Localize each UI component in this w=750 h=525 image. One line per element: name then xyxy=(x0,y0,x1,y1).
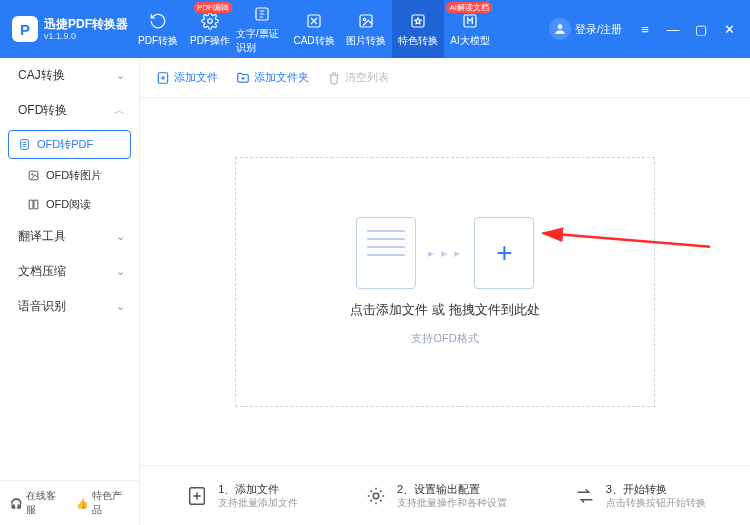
trash-icon xyxy=(327,71,341,85)
maximize-button[interactable]: ▢ xyxy=(688,18,714,40)
svg-rect-9 xyxy=(29,171,38,180)
header-bar: P 迅捷PDF转换器 v1.1.9.0 PDF转换 PDF编辑 PDF操作 文字… xyxy=(0,0,750,58)
tab-ocr[interactable]: 文字/票证识别 xyxy=(236,0,288,58)
sidebar-group-translate[interactable]: 翻译工具 ⌄ xyxy=(0,219,139,254)
step-1: 1、添加文件 支持批量添加文件 xyxy=(184,482,298,510)
gear-icon xyxy=(200,11,220,31)
star-icon xyxy=(408,11,428,31)
main-panel: 添加文件 添加文件夹 清空列表 ▸ ▸ ▸ + xyxy=(140,58,750,525)
step-config-icon xyxy=(363,483,389,509)
sidebar-item-ofd-pdf[interactable]: OFD转PDF xyxy=(8,130,131,159)
app-version: v1.1.9.0 xyxy=(44,32,128,41)
chevron-down-icon: ⌄ xyxy=(116,265,125,278)
sidebar-group-speech[interactable]: 语音识别 ⌄ xyxy=(0,289,139,324)
tab-pdf-operate[interactable]: PDF编辑 PDF操作 xyxy=(184,0,236,58)
arrow-icon: ▸ ▸ ▸ xyxy=(428,246,463,260)
step-convert-icon xyxy=(572,483,598,509)
app-logo: P 迅捷PDF转换器 v1.1.9.0 xyxy=(12,16,132,42)
dropzone-text: 点击添加文件 或 拖拽文件到此处 xyxy=(350,301,539,319)
step-2: 2、设置输出配置 支持批量操作和各种设置 xyxy=(363,482,507,510)
avatar-icon xyxy=(549,18,571,40)
menu-button[interactable]: ≡ xyxy=(632,18,658,40)
tab-ai[interactable]: AI解读文档 AI大模型 xyxy=(444,0,496,58)
image-icon xyxy=(356,11,376,31)
ai-icon xyxy=(460,11,480,31)
toolbar: 添加文件 添加文件夹 清空列表 xyxy=(140,58,750,98)
sidebar-group-compress[interactable]: 文档压缩 ⌄ xyxy=(0,254,139,289)
sidebar-item-ofd-image[interactable]: OFD转图片 xyxy=(0,161,139,190)
svg-point-4 xyxy=(363,18,365,20)
tab-pdf-convert[interactable]: PDF转换 xyxy=(132,0,184,58)
plus-icon: + xyxy=(474,217,534,289)
close-button[interactable]: ✕ xyxy=(716,18,742,40)
doc-icon xyxy=(17,138,31,152)
header-tabs: PDF转换 PDF编辑 PDF操作 文字/票证识别 CAD转换 图片转换 xyxy=(132,0,496,58)
sidebar-item-ofd-read[interactable]: OFD阅读 xyxy=(0,190,139,219)
image-icon xyxy=(26,169,40,183)
logo-icon: P xyxy=(12,16,38,42)
svg-point-7 xyxy=(558,24,563,29)
svg-point-14 xyxy=(373,493,379,499)
cad-icon xyxy=(304,11,324,31)
badge-pdf-edit: PDF编辑 xyxy=(194,2,232,13)
badge-ai: AI解读文档 xyxy=(446,2,492,13)
thumb-icon: 👍 xyxy=(76,498,88,509)
chevron-down-icon: ⌄ xyxy=(116,300,125,313)
add-file-button[interactable]: 添加文件 xyxy=(156,70,218,85)
text-icon xyxy=(252,4,272,24)
chevron-down-icon: ⌄ xyxy=(116,230,125,243)
chevron-down-icon: ⌄ xyxy=(116,69,125,82)
add-file-icon xyxy=(156,71,170,85)
sidebar-group-ofd[interactable]: OFD转换 ︿ xyxy=(0,93,139,128)
step-add-icon xyxy=(184,483,210,509)
clear-list-button[interactable]: 清空列表 xyxy=(327,70,389,85)
dropzone-subtext: 支持OFD格式 xyxy=(411,331,478,346)
svg-rect-3 xyxy=(360,15,372,27)
tab-cad[interactable]: CAD转换 xyxy=(288,0,340,58)
sidebar: CAJ转换 ⌄ OFD转换 ︿ OFD转PDF OFD转图片 xyxy=(0,58,140,525)
steps-bar: 1、添加文件 支持批量添加文件 2、设置输出配置 支持批量操作和各种设置 3、开… xyxy=(140,465,750,525)
online-support-link[interactable]: 🎧 在线客服 xyxy=(10,489,64,517)
svg-point-10 xyxy=(31,174,33,176)
refresh-icon xyxy=(148,11,168,31)
headset-icon: 🎧 xyxy=(10,498,22,509)
document-icon xyxy=(356,217,416,289)
add-folder-icon xyxy=(236,71,250,85)
app-name: 迅捷PDF转换器 xyxy=(44,18,128,30)
chevron-up-icon: ︿ xyxy=(114,103,125,118)
svg-point-0 xyxy=(208,18,213,23)
book-icon xyxy=(26,198,40,212)
dropzone-illustration: ▸ ▸ ▸ + xyxy=(356,217,535,289)
sidebar-group-caj[interactable]: CAJ转换 ⌄ xyxy=(0,58,139,93)
tab-special[interactable]: 特色转换 xyxy=(392,0,444,58)
minimize-button[interactable]: — xyxy=(660,18,686,40)
tab-image[interactable]: 图片转换 xyxy=(340,0,392,58)
featured-products-link[interactable]: 👍 特色产品 xyxy=(76,489,130,517)
step-3: 3、开始转换 点击转换按钮开始转换 xyxy=(572,482,706,510)
login-button[interactable]: 登录/注册 xyxy=(549,18,622,40)
add-folder-button[interactable]: 添加文件夹 xyxy=(236,70,309,85)
